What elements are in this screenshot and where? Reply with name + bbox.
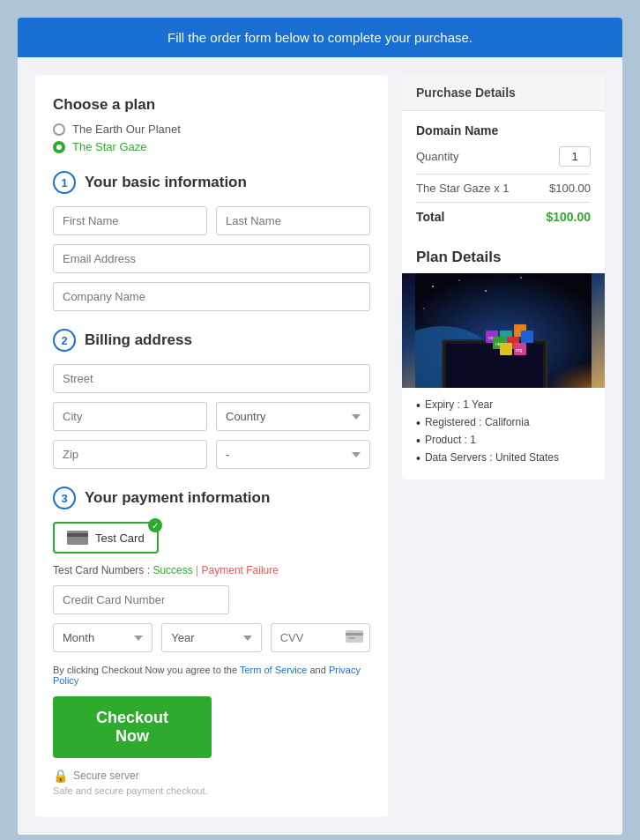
street-input[interactable] <box>53 364 370 393</box>
year-wrap: Year 2025 2026 <box>161 623 261 652</box>
svg-rect-1 <box>67 533 88 537</box>
step3-circle: 3 <box>53 487 76 509</box>
left-panel: Choose a plan The Earth Our Planet The S… <box>35 75 388 817</box>
checkout-button[interactable]: Checkout Now <box>53 696 212 758</box>
svg-point-11 <box>423 308 425 309</box>
country-wrap: Country United States United Kingdom <box>216 402 370 431</box>
card-icon <box>67 531 88 545</box>
city-wrap <box>53 402 207 431</box>
state-select[interactable]: - California <box>216 440 370 469</box>
plan-option-star[interactable]: The Star Gaze <box>53 140 370 153</box>
zip-input[interactable] <box>53 440 207 469</box>
quantity-label: Quantity <box>416 150 458 163</box>
cc-row <box>53 585 370 614</box>
year-select[interactable]: Year 2025 2026 <box>161 623 261 652</box>
domain-label: Domain Name <box>416 123 591 138</box>
total-label: Total <box>416 210 444 224</box>
city-input[interactable] <box>53 402 207 431</box>
step2-title: Billing address <box>85 331 192 349</box>
radio-star-icon <box>53 141 65 153</box>
last-name-wrap <box>216 206 370 235</box>
svg-rect-24 <box>500 343 512 355</box>
feature-expiry: • Expiry : 1 Year <box>416 398 591 412</box>
divider1 <box>416 174 591 175</box>
plan-features: • Expiry : 1 Year • Registered : Califor… <box>402 388 605 479</box>
failure-link[interactable]: Payment Failure <box>202 564 279 576</box>
state-wrap: - California <box>216 440 370 469</box>
svg-rect-4 <box>348 637 355 639</box>
top-banner: Fill the order form below to complete yo… <box>18 18 622 57</box>
email-row <box>53 244 370 273</box>
divider2 <box>416 202 591 203</box>
total-row: Total $100.00 <box>416 210 591 224</box>
svg-rect-0 <box>67 531 88 545</box>
plan-option-earth[interactable]: The Earth Our Planet <box>53 123 370 136</box>
plan-image: com net org <box>402 273 605 388</box>
line-item-row: The Star Gaze x 1 $100.00 <box>416 182 591 195</box>
company-row <box>53 282 370 311</box>
choose-plan-title: Choose a plan <box>53 96 370 114</box>
cvv-wrap <box>271 623 370 652</box>
terms-text: By clicking Checkout Now you agree to th… <box>53 665 370 686</box>
card-method-label: Test Card <box>95 532 145 545</box>
tos-link[interactable]: Term of Service <box>240 665 307 675</box>
svg-point-7 <box>432 286 434 287</box>
secure-label: Secure server <box>73 769 139 782</box>
month-select[interactable]: Month 01 02 <box>53 623 153 652</box>
main-content: Choose a plan The Earth Our Planet The S… <box>18 57 622 835</box>
safe-text: Safe and secure payment checkout. <box>53 785 370 796</box>
purchase-details-body: Domain Name Quantity 1 The Star Gaze x 1… <box>402 111 605 236</box>
plan-details-header: Plan Details <box>402 236 605 273</box>
zip-wrap <box>53 440 207 469</box>
svg-rect-2 <box>346 630 363 643</box>
street-row <box>53 364 370 393</box>
step3-header: 3 Your payment information <box>53 487 370 509</box>
feature-registered: • Registered : California <box>416 416 591 429</box>
cvv-card-icon <box>346 630 363 646</box>
feature-servers: • Data Servers : United States <box>416 451 591 465</box>
test-card-note: Test Card Numbers : Success | Payment Fa… <box>53 564 370 576</box>
first-name-input[interactable] <box>53 206 207 235</box>
secure-note: 🔒 Secure server <box>53 769 370 783</box>
lock-icon: 🔒 <box>53 769 68 783</box>
purchase-details-header: Purchase Details <box>402 75 605 111</box>
month-wrap: Month 01 02 <box>53 623 153 652</box>
step1-circle: 1 <box>53 171 76 194</box>
cc-input[interactable] <box>53 585 229 614</box>
name-row <box>53 206 370 235</box>
card-method-btn[interactable]: Test Card ✓ <box>53 522 159 554</box>
first-name-wrap <box>53 206 207 235</box>
svg-text:org: org <box>516 347 522 353</box>
email-input[interactable] <box>53 244 370 273</box>
total-value: $100.00 <box>546 210 591 224</box>
step2-circle: 2 <box>53 329 76 352</box>
last-name-input[interactable] <box>216 206 370 235</box>
svg-point-10 <box>520 277 522 279</box>
banner-text: Fill the order form below to complete yo… <box>167 30 473 45</box>
country-select[interactable]: Country United States United Kingdom <box>216 402 370 431</box>
step1-header: 1 Your basic information <box>53 171 370 194</box>
svg-rect-23 <box>521 331 533 343</box>
feature-product: • Product : 1 <box>416 434 591 447</box>
zip-state-row: - California <box>53 440 370 469</box>
page-wrapper: Fill the order form below to complete yo… <box>18 18 622 835</box>
line-item-label: The Star Gaze x 1 <box>416 182 510 195</box>
success-link[interactable]: Success <box>153 564 192 576</box>
right-panel: Purchase Details Domain Name Quantity 1 … <box>402 75 605 479</box>
svg-point-9 <box>485 290 487 292</box>
city-country-row: Country United States United Kingdom <box>53 402 370 431</box>
step1-title: Your basic information <box>85 174 247 191</box>
line-item-price: $100.00 <box>549 182 591 195</box>
svg-rect-3 <box>346 633 363 636</box>
svg-rect-15 <box>446 344 543 388</box>
plan-earth-label: The Earth Our Planet <box>72 123 181 136</box>
step2-header: 2 Billing address <box>53 329 370 352</box>
step3-title: Your payment information <box>85 489 270 507</box>
quantity-value: 1 <box>559 146 591 167</box>
company-input[interactable] <box>53 282 370 311</box>
cvv-row: Month 01 02 Year 2025 2026 <box>53 623 370 652</box>
svg-point-8 <box>458 279 460 281</box>
plan-star-label: The Star Gaze <box>72 140 147 153</box>
check-badge-icon: ✓ <box>148 518 162 532</box>
quantity-row: Quantity 1 <box>416 146 591 167</box>
